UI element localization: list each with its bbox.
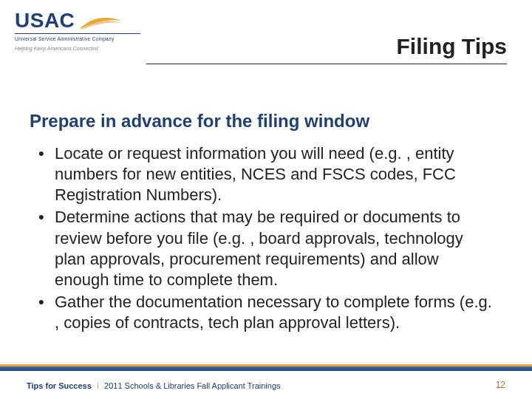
section-heading: Prepare in advance for the filing window bbox=[30, 111, 369, 132]
slide: USAC Universal Service Administrative Co… bbox=[0, 0, 532, 399]
footer-left-rest: 2011 Schools & Libraries Fall Applicant … bbox=[104, 381, 280, 390]
list-item: Locate or request information you will n… bbox=[35, 143, 495, 205]
footer-text: Tips for Success I 2011 Schools & Librar… bbox=[27, 381, 281, 390]
list-item: Determine actions that may be required o… bbox=[35, 207, 495, 290]
footer-separator-icon: I bbox=[97, 381, 99, 390]
swoosh-icon bbox=[79, 16, 122, 31]
logo-acronym: USAC bbox=[15, 10, 75, 31]
logo-row: USAC bbox=[15, 10, 140, 31]
title-rule bbox=[146, 64, 507, 64]
logo-subline: Universal Service Administrative Company bbox=[15, 33, 140, 41]
bullet-list: Locate or request information you will n… bbox=[35, 143, 495, 335]
page-title: Filing Tips bbox=[397, 34, 507, 59]
logo-tagline: Helping Keep Americans Connected bbox=[15, 46, 140, 51]
footer-bar bbox=[0, 366, 532, 371]
logo-block: USAC Universal Service Administrative Co… bbox=[15, 10, 140, 51]
page-number: 12 bbox=[496, 380, 505, 390]
list-item: Gather the documentation necessary to co… bbox=[35, 292, 495, 333]
footer-left-bold: Tips for Success bbox=[27, 381, 92, 390]
